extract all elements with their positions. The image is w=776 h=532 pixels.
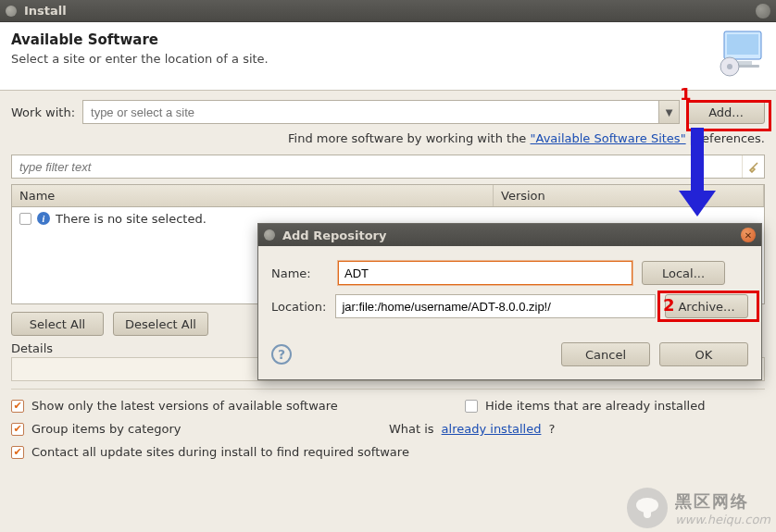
already-installed-link[interactable]: already installed: [442, 422, 542, 436]
chk-latest[interactable]: Show only the latest versions of availab…: [11, 399, 409, 413]
dialog-titlebar: Add Repository ✕: [258, 224, 761, 246]
clear-filter-icon[interactable]: [742, 155, 764, 178]
filter-box: [11, 155, 765, 179]
what-is-prefix: What is: [389, 422, 434, 436]
help-icon[interactable]: ?: [271, 344, 292, 365]
work-with-combo[interactable]: ▼: [82, 100, 680, 124]
dialog-title: Add Repository: [282, 229, 387, 242]
install-wizard-icon: [717, 28, 767, 78]
deselect-all-button[interactable]: Deselect All: [113, 312, 208, 336]
chk-hide[interactable]: Hide items that are already installed: [465, 399, 706, 413]
svg-point-5: [727, 64, 732, 69]
filter-input[interactable]: [12, 155, 742, 178]
work-with-label: Work with:: [11, 105, 75, 119]
work-with-row: Work with: ▼ Add...: [11, 100, 765, 124]
watermark-cn: 黑区网络: [675, 490, 770, 513]
work-with-input[interactable]: [83, 101, 658, 123]
chk-hide-label: Hide items that are already installed: [485, 399, 706, 413]
empty-site-text: There is no site selected.: [56, 212, 207, 226]
checkbox-icon[interactable]: [11, 446, 24, 459]
page-title: Available Software: [11, 31, 765, 48]
chk-contact-label: Contact all update sites during install …: [31, 445, 409, 459]
find-more-suffix: preferences.: [686, 131, 765, 145]
cancel-button[interactable]: Cancel: [561, 342, 650, 366]
name-label: Name:: [271, 266, 338, 280]
select-all-button[interactable]: Select All: [11, 312, 104, 336]
combo-dropdown-icon[interactable]: ▼: [658, 101, 679, 123]
find-more-text: Find more software by working with the "…: [11, 131, 765, 145]
name-input[interactable]: [338, 261, 632, 285]
checkbox-icon[interactable]: [11, 400, 24, 413]
dialog-body: Name: Local... Location: Archive... ? Ca…: [258, 246, 761, 379]
location-label: Location:: [271, 300, 335, 314]
archive-button[interactable]: Archive...: [665, 294, 748, 318]
dialog-menu-icon[interactable]: [264, 229, 275, 241]
page-subtitle: Select a site or enter the location of a…: [11, 52, 765, 66]
already-installed-text: What is already installed?: [389, 422, 706, 436]
svg-rect-1: [727, 34, 758, 55]
mushroom-icon: [627, 488, 668, 528]
chk-group-label: Group items by category: [31, 422, 181, 436]
name-row: Name: Local...: [271, 261, 748, 285]
window-menu-icon[interactable]: [6, 6, 17, 17]
install-window-titlebar: Install: [0, 0, 776, 22]
what-is-suffix: ?: [548, 422, 555, 436]
chk-group[interactable]: Group items by category: [11, 422, 409, 436]
checkbox-icon[interactable]: [465, 400, 478, 413]
add-site-button[interactable]: Add...: [687, 100, 765, 124]
info-icon: i: [37, 212, 50, 225]
options-area: Show only the latest versions of availab…: [11, 399, 765, 459]
wizard-header: Available Software Select a site or ente…: [0, 22, 776, 91]
location-row: Location: Archive...: [271, 294, 748, 318]
table-header: Name Version: [12, 185, 764, 207]
chk-contact[interactable]: Contact all update sites during install …: [11, 445, 409, 459]
window-title: Install: [24, 4, 67, 18]
ok-button[interactable]: OK: [659, 342, 748, 366]
col-version[interactable]: Version: [494, 185, 764, 206]
watermark-domain: www.heiqu.com: [675, 513, 770, 526]
row-checkbox[interactable]: [19, 213, 31, 225]
local-button[interactable]: Local...: [642, 261, 725, 285]
checkbox-icon[interactable]: [11, 423, 24, 436]
col-name[interactable]: Name: [12, 185, 494, 206]
add-repository-dialog: Add Repository ✕ Name: Local... Location…: [257, 223, 762, 380]
separator: [11, 389, 765, 390]
find-more-prefix: Find more software by working with the: [288, 131, 531, 145]
dialog-footer: ? Cancel OK: [271, 342, 748, 366]
dialog-close-icon[interactable]: ✕: [741, 228, 756, 242]
close-window-icon[interactable]: [756, 4, 770, 19]
location-input[interactable]: [335, 294, 656, 318]
watermark: 黑区网络 www.heiqu.com: [627, 488, 770, 528]
svg-rect-7: [644, 507, 651, 518]
chk-latest-label: Show only the latest versions of availab…: [31, 399, 338, 413]
available-sites-link[interactable]: "Available Software Sites": [531, 131, 686, 145]
